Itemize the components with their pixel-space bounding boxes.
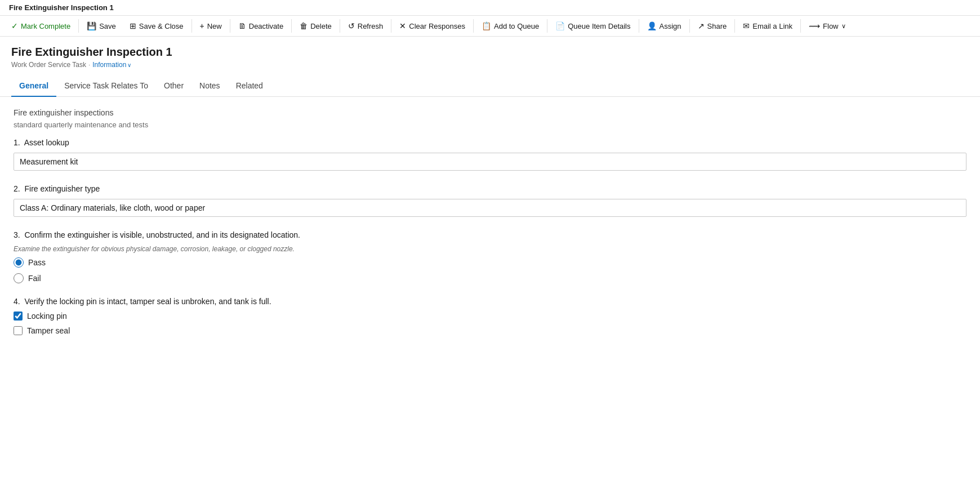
radio-fail-input[interactable] xyxy=(14,273,24,283)
email-a-link-label: Email a Link xyxy=(752,22,792,30)
deactivate-icon: 🗎 xyxy=(238,21,246,30)
checkbox-locking-pin-input[interactable] xyxy=(14,312,23,321)
mark-complete-label: Mark Complete xyxy=(21,22,70,30)
radio-fail-label: Fail xyxy=(28,274,41,283)
save-close-label: Save & Close xyxy=(139,22,184,30)
intro-text: Fire extinguisher inspections xyxy=(14,108,966,117)
delete-label: Delete xyxy=(310,22,332,30)
title-bar: Fire Extinguisher Inspection 1 xyxy=(0,0,980,16)
new-button[interactable]: + New xyxy=(193,18,229,34)
page-title: Fire Extinguisher Inspection 1 xyxy=(11,46,969,59)
asset-lookup-input[interactable] xyxy=(14,153,966,171)
deactivate-button[interactable]: 🗎 Deactivate xyxy=(231,18,290,34)
separator-3 xyxy=(230,19,230,33)
share-label: Share xyxy=(707,22,727,30)
clear-responses-label: Clear Responses xyxy=(409,22,465,30)
flow-label: Flow xyxy=(823,22,838,30)
separator-12 xyxy=(800,19,801,33)
radio-pass-label: Pass xyxy=(28,258,46,267)
separator-6 xyxy=(391,19,391,33)
assign-label: Assign xyxy=(660,22,681,30)
question-4-checkbox-group: Locking pin Tamper seal xyxy=(14,312,966,335)
question-1-group: 1. Asset lookup xyxy=(14,138,966,171)
checkmark-icon: ✓ xyxy=(11,21,18,30)
separator-9 xyxy=(639,19,639,33)
save-icon: 💾 xyxy=(87,21,96,30)
checkbox-locking-pin[interactable]: Locking pin xyxy=(14,312,966,321)
deactivate-label: Deactivate xyxy=(249,22,283,30)
intro-subtext: standard quarterly maintenance and tests xyxy=(14,121,966,129)
refresh-button[interactable]: ↺ Refresh xyxy=(341,18,390,34)
separator-2 xyxy=(191,19,192,33)
refresh-icon: ↺ xyxy=(348,21,355,30)
question-3-group: 3. Confirm the extinguisher is visible, … xyxy=(14,230,966,283)
separator-7 xyxy=(473,19,474,33)
breadcrumb-2[interactable]: Information ∨ xyxy=(92,61,131,69)
add-to-queue-icon: 📋 xyxy=(482,21,491,30)
question-3-sublabel: Examine the extinguisher for obvious phy… xyxy=(14,245,966,253)
queue-item-details-icon: 📄 xyxy=(555,21,565,30)
question-4-label: 4. Verify the locking pin is intact, tam… xyxy=(14,297,966,306)
checkbox-locking-pin-label: Locking pin xyxy=(27,312,67,321)
separator-10 xyxy=(689,19,690,33)
add-to-queue-label: Add to Queue xyxy=(494,22,539,30)
assign-button[interactable]: 👤 Assign xyxy=(640,18,688,34)
flow-icon: ⟿ xyxy=(809,21,820,30)
breadcrumb-1: Work Order Service Task xyxy=(11,61,86,69)
question-2-group: 2. Fire extinguisher type xyxy=(14,184,966,217)
question-3-radio-group: Pass Fail xyxy=(14,257,966,283)
separator-1 xyxy=(78,19,79,33)
new-icon: + xyxy=(200,21,204,30)
mark-complete-button[interactable]: ✓ Mark Complete xyxy=(5,18,77,34)
new-label: New xyxy=(207,22,222,30)
tabs-container: General Service Task Relates To Other No… xyxy=(0,75,980,97)
checkbox-tamper-seal-label: Tamper seal xyxy=(27,326,70,335)
assign-icon: 👤 xyxy=(647,21,657,30)
tab-related[interactable]: Related xyxy=(228,75,271,97)
clear-responses-button[interactable]: ✕ Clear Responses xyxy=(393,18,472,34)
separator-4 xyxy=(291,19,292,33)
share-button[interactable]: ↗ Share xyxy=(691,18,734,34)
toolbar: ✓ Mark Complete 💾 Save ⊞ Save & Close + … xyxy=(0,16,980,37)
separator-11 xyxy=(734,19,735,33)
share-icon: ↗ xyxy=(698,21,705,30)
fire-extinguisher-type-input[interactable] xyxy=(14,199,966,217)
radio-fail[interactable]: Fail xyxy=(14,273,966,283)
save-label: Save xyxy=(99,22,116,30)
question-3-label: 3. Confirm the extinguisher is visible, … xyxy=(14,230,966,239)
tab-service-task-relates-to[interactable]: Service Task Relates To xyxy=(56,75,156,97)
queue-item-details-label: Queue Item Details xyxy=(568,22,630,30)
page-header: Fire Extinguisher Inspection 1 Work Orde… xyxy=(0,37,980,69)
checkbox-tamper-seal-input[interactable] xyxy=(14,326,23,335)
radio-pass-input[interactable] xyxy=(14,257,24,268)
checkbox-tamper-seal[interactable]: Tamper seal xyxy=(14,326,966,335)
main-content: Fire extinguisher inspections standard q… xyxy=(0,97,980,360)
question-4-group: 4. Verify the locking pin is intact, tam… xyxy=(14,297,966,335)
clear-responses-icon: ✕ xyxy=(399,21,406,30)
delete-button[interactable]: 🗑 Delete xyxy=(293,18,338,34)
tab-general[interactable]: General xyxy=(11,75,56,97)
radio-pass[interactable]: Pass xyxy=(14,257,966,268)
breadcrumb-chevron-icon: ∨ xyxy=(127,62,131,68)
page-subtitle: Work Order Service Task · Information ∨ xyxy=(11,61,969,69)
save-button[interactable]: 💾 Save xyxy=(80,18,123,34)
breadcrumb-2-text: Information xyxy=(92,61,126,69)
breadcrumb-separator: · xyxy=(88,61,90,69)
queue-item-details-button[interactable]: 📄 Queue Item Details xyxy=(549,18,637,34)
delete-icon: 🗑 xyxy=(300,21,308,30)
flow-button[interactable]: ⟿ Flow ∨ xyxy=(802,18,852,34)
separator-5 xyxy=(340,19,340,33)
tab-notes[interactable]: Notes xyxy=(191,75,228,97)
add-to-queue-button[interactable]: 📋 Add to Queue xyxy=(475,18,546,34)
refresh-label: Refresh xyxy=(358,22,384,30)
question-1-label: 1. Asset lookup xyxy=(14,138,966,147)
email-icon: ✉ xyxy=(743,21,750,30)
save-close-button[interactable]: ⊞ Save & Close xyxy=(123,18,190,34)
flow-chevron-icon: ∨ xyxy=(841,23,846,30)
question-2-label: 2. Fire extinguisher type xyxy=(14,184,966,193)
save-close-icon: ⊞ xyxy=(130,21,136,30)
title-bar-text: Fire Extinguisher Inspection 1 xyxy=(9,3,114,12)
tab-other[interactable]: Other xyxy=(156,75,191,97)
separator-8 xyxy=(547,19,547,33)
email-a-link-button[interactable]: ✉ Email a Link xyxy=(736,18,799,34)
